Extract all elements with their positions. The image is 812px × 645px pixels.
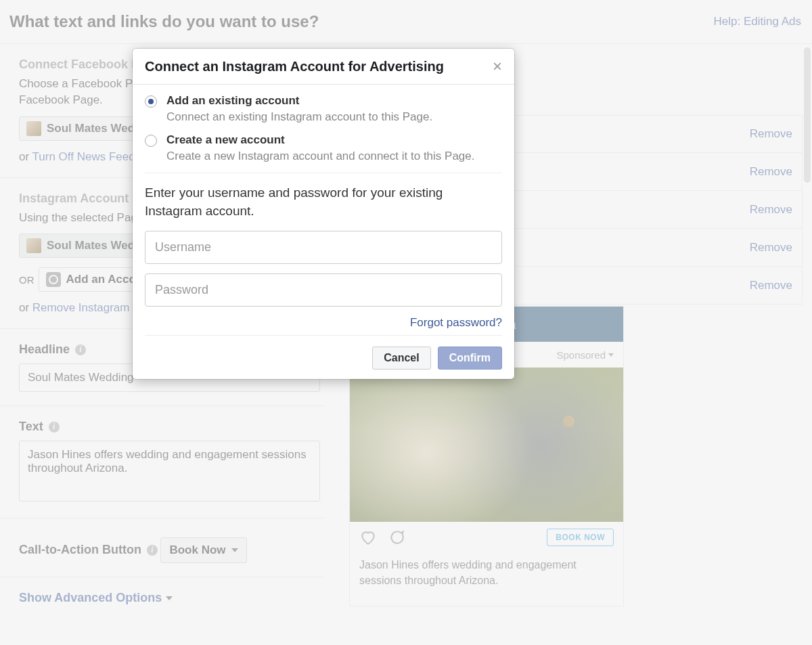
radio-add-existing[interactable]: Add an existing account Connect an exist…	[145, 94, 502, 124]
connect-instagram-modal: Connect an Instagram Account for Adverti…	[133, 49, 514, 379]
radio-label: Add an existing account	[166, 94, 432, 108]
cancel-button[interactable]: Cancel	[372, 347, 430, 370]
radio-label: Create a new account	[166, 133, 475, 147]
radio-sublabel: Create a new Instagram account and conne…	[166, 150, 475, 163]
username-input[interactable]	[145, 231, 502, 264]
radio-create-new[interactable]: Create a new account Create a new Instag…	[145, 133, 502, 163]
radio-sublabel: Connect an existing Instagram account to…	[166, 110, 432, 124]
radio-icon[interactable]	[145, 95, 157, 108]
confirm-button[interactable]: Confirm	[438, 347, 502, 370]
forgot-password-link[interactable]: Forgot password?	[410, 316, 502, 329]
password-input[interactable]	[145, 273, 502, 307]
modal-title: Connect an Instagram Account for Adverti…	[145, 59, 444, 74]
close-icon[interactable]: ×	[493, 58, 502, 74]
radio-icon[interactable]	[145, 135, 157, 147]
divider	[145, 335, 502, 336]
divider	[145, 173, 502, 173]
modal-instruction: Enter your username and password for you…	[145, 184, 502, 220]
